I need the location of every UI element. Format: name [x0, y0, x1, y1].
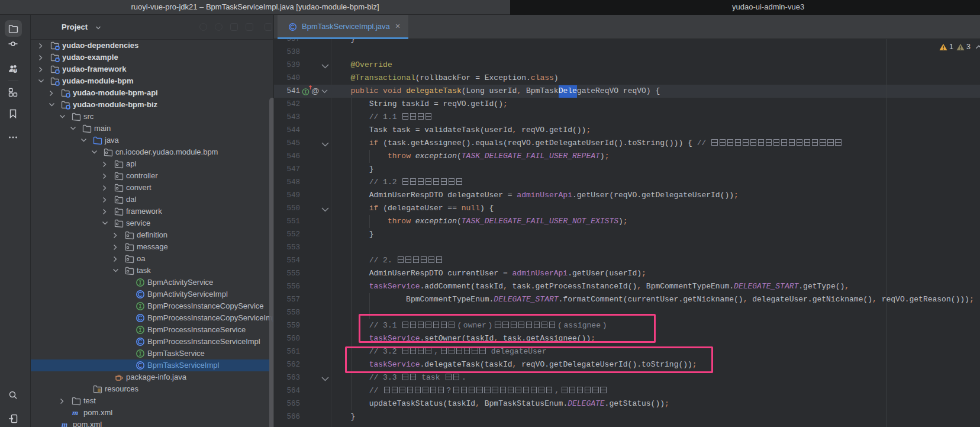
svg-text:?: ?	[14, 69, 17, 73]
svg-text:m: m	[62, 420, 67, 427]
svg-text:m: m	[72, 408, 78, 417]
